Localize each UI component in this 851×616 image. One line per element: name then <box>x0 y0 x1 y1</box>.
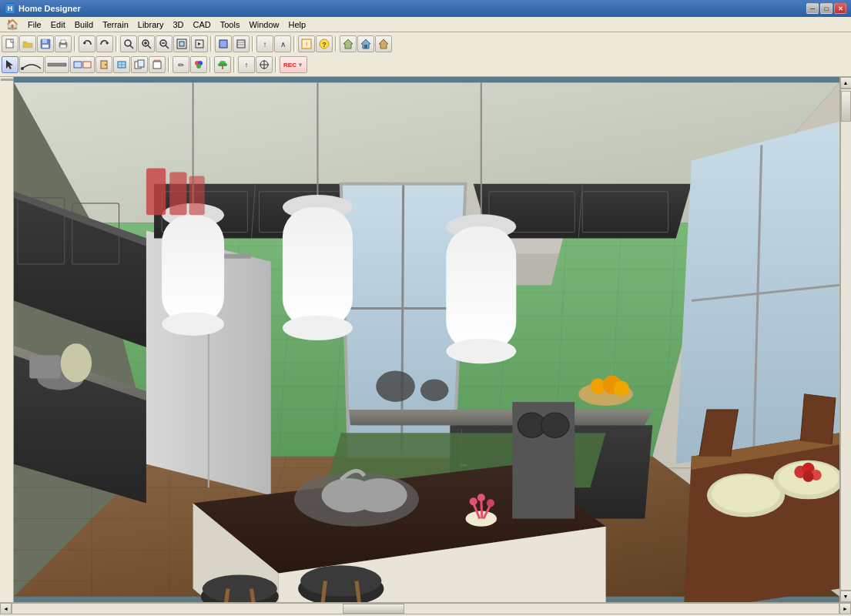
viewport[interactable] <box>14 77 839 602</box>
svg-rect-157 <box>446 226 516 351</box>
door-tool-button[interactable] <box>95 56 112 73</box>
symbol-button[interactable]: ! <box>298 35 315 52</box>
menu-item-3d[interactable]: 3D <box>168 18 188 31</box>
save-button[interactable] <box>37 35 54 52</box>
menu-item-cad[interactable]: CAD <box>188 18 215 31</box>
svg-point-177 <box>541 413 569 437</box>
svg-line-12 <box>148 45 151 49</box>
window-tool-button[interactable] <box>113 56 130 73</box>
svg-point-136 <box>470 497 477 505</box>
menu-item-library[interactable]: Library <box>133 18 169 31</box>
svg-rect-173 <box>29 355 60 378</box>
wall-tool-button[interactable] <box>45 56 69 73</box>
scroll-thumb[interactable] <box>841 91 851 122</box>
svg-rect-180 <box>189 176 205 216</box>
fill-button[interactable] <box>215 35 232 52</box>
left-ruler-mark <box>1 79 13 81</box>
svg-rect-3 <box>42 45 49 48</box>
paste-tool-button[interactable] <box>149 56 166 73</box>
main-area: ▲ ▼ <box>0 77 851 602</box>
title-bar-controls: ─ □ ✕ <box>806 3 846 14</box>
crosshair-tool-button[interactable] <box>256 56 273 73</box>
draw-arc-button[interactable] <box>19 56 44 73</box>
menu-item-terrain[interactable]: Terrain <box>98 18 133 31</box>
svg-rect-31 <box>364 45 367 49</box>
svg-point-39 <box>105 64 106 65</box>
svg-point-172 <box>614 381 629 397</box>
maximize-button[interactable]: □ <box>820 3 833 14</box>
scroll-down-button[interactable]: ▼ <box>840 591 852 602</box>
svg-rect-179 <box>169 172 186 216</box>
redo-button[interactable] <box>96 35 113 52</box>
room-tool-button[interactable] <box>70 56 95 73</box>
menu-item-tools[interactable]: Tools <box>216 18 245 31</box>
svg-rect-21 <box>219 40 227 48</box>
menu-item-window[interactable]: Window <box>244 18 283 31</box>
toolbar-area: ↑ ∧ ! ? <box>0 32 851 77</box>
svg-point-51 <box>218 63 223 66</box>
close-button[interactable]: ✕ <box>834 3 846 14</box>
svg-point-120 <box>420 380 448 401</box>
rec-button[interactable]: REC ▼ <box>280 56 307 73</box>
minimize-button[interactable]: ─ <box>806 3 819 14</box>
svg-rect-0 <box>6 39 13 48</box>
svg-rect-153 <box>283 207 353 328</box>
toolbar-separator-3 <box>210 36 213 52</box>
arrow-up-button[interactable]: ↑ <box>256 35 273 52</box>
house-exterior-button[interactable] <box>340 35 357 52</box>
rec-label: REC <box>283 62 297 69</box>
menu-item-file[interactable]: File <box>23 18 46 31</box>
svg-rect-2 <box>42 39 47 43</box>
copy-tool-button[interactable] <box>131 56 148 73</box>
toolbar-separator-6 <box>335 36 337 52</box>
svg-point-174 <box>61 343 92 383</box>
arrow-tool-button[interactable]: ↑ <box>238 56 255 73</box>
color-tool-button[interactable] <box>190 56 207 73</box>
svg-point-137 <box>477 494 485 501</box>
zoom-in-button[interactable] <box>138 35 155 52</box>
menu-item-edit[interactable]: Edit <box>46 18 70 31</box>
svg-point-138 <box>487 499 494 507</box>
scroll-track[interactable] <box>840 89 852 591</box>
print-button[interactable] <box>55 35 72 52</box>
fill-pattern-button[interactable] <box>233 35 250 52</box>
h-scroll-track[interactable] <box>12 603 839 614</box>
undo-button[interactable] <box>79 35 95 52</box>
svg-point-150 <box>162 313 224 336</box>
menu-item-help[interactable]: Help <box>284 18 311 31</box>
plant-tool-button[interactable] <box>214 56 231 73</box>
svg-rect-37 <box>83 62 91 68</box>
h-scroll-thumb[interactable] <box>343 604 404 614</box>
scroll-right-button[interactable]: ► <box>839 603 851 614</box>
toolbar-row1: ↑ ∧ ! ? <box>2 34 849 54</box>
toolbar-separator-2 <box>116 36 118 52</box>
scroll-left-button[interactable]: ◄ <box>0 603 12 614</box>
svg-marker-33 <box>6 60 13 69</box>
svg-point-52 <box>223 63 227 66</box>
peak-button[interactable]: ∧ <box>274 35 291 52</box>
zoom-previous-button[interactable] <box>191 35 208 52</box>
select-tool-button[interactable] <box>2 56 18 73</box>
svg-rect-44 <box>138 60 144 67</box>
svg-marker-32 <box>379 39 388 49</box>
scroll-up-button[interactable]: ▲ <box>840 77 852 89</box>
zoom-out-button[interactable] <box>156 35 173 52</box>
menu-item-build[interactable]: Build <box>70 18 98 31</box>
fit-window-button[interactable] <box>173 35 190 52</box>
toolbar-row2-sep2 <box>209 57 212 72</box>
house-overview-button[interactable] <box>375 35 392 52</box>
svg-point-144 <box>300 565 381 596</box>
house-view-button[interactable] <box>357 35 374 52</box>
new-button[interactable] <box>2 35 18 52</box>
pencil-tool-button[interactable]: ✏ <box>173 56 189 73</box>
svg-rect-22 <box>237 40 245 48</box>
svg-marker-29 <box>343 39 353 49</box>
rec-dropdown: ▼ <box>297 62 303 69</box>
svg-point-9 <box>125 40 131 46</box>
toolbar-row2-sep3 <box>233 57 236 72</box>
left-toolbar <box>0 77 14 602</box>
svg-point-168 <box>802 471 813 482</box>
zoom-realsize-button[interactable] <box>120 35 137 52</box>
help-button[interactable]: ? <box>316 35 333 52</box>
open-button[interactable] <box>19 35 36 52</box>
